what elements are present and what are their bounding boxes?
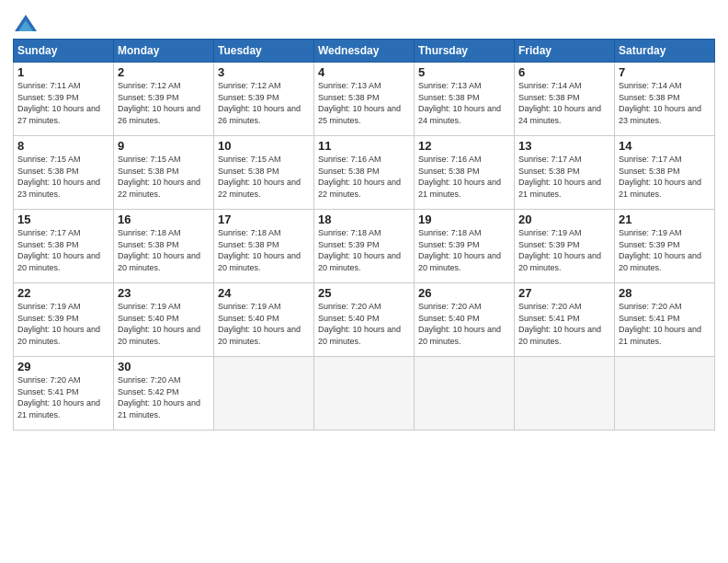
day-info: Sunrise: 7:20 AM Sunset: 5:40 PM Dayligh… (318, 301, 410, 347)
day-number: 7 (619, 65, 711, 79)
day-info: Sunrise: 7:17 AM Sunset: 5:38 PM Dayligh… (17, 227, 109, 273)
day-number: 26 (418, 286, 510, 300)
calendar-cell: 18 Sunrise: 7:18 AM Sunset: 5:39 PM Dayl… (314, 210, 415, 283)
calendar-cell: 11 Sunrise: 7:16 AM Sunset: 5:38 PM Dayl… (314, 136, 415, 210)
day-number: 16 (118, 213, 210, 226)
day-info: Sunrise: 7:14 AM Sunset: 5:38 PM Dayligh… (518, 80, 610, 126)
day-info: Sunrise: 7:20 AM Sunset: 5:42 PM Dayligh… (118, 374, 210, 420)
day-number: 12 (418, 139, 510, 153)
calendar-cell: 29 Sunrise: 7:20 AM Sunset: 5:41 PM Dayl… (14, 357, 114, 431)
calendar-cell: 12 Sunrise: 7:16 AM Sunset: 5:38 PM Dayl… (415, 136, 515, 210)
day-info: Sunrise: 7:19 AM Sunset: 5:40 PM Dayligh… (218, 301, 310, 347)
day-info: Sunrise: 7:12 AM Sunset: 5:39 PM Dayligh… (218, 80, 310, 126)
calendar-cell: 5 Sunrise: 7:13 AM Sunset: 5:38 PM Dayli… (415, 63, 515, 136)
day-number: 21 (619, 213, 711, 226)
column-header-thursday: Thursday (415, 40, 515, 63)
calendar-cell (515, 357, 615, 431)
day-number: 23 (118, 286, 210, 300)
week-row-1: 1 Sunrise: 7:11 AM Sunset: 5:39 PM Dayli… (14, 63, 715, 136)
calendar-cell: 30 Sunrise: 7:20 AM Sunset: 5:42 PM Dayl… (114, 357, 214, 431)
day-number: 24 (218, 286, 310, 300)
day-number: 17 (218, 213, 310, 226)
calendar-cell: 8 Sunrise: 7:15 AM Sunset: 5:38 PM Dayli… (14, 136, 114, 210)
day-info: Sunrise: 7:19 AM Sunset: 5:39 PM Dayligh… (17, 301, 109, 347)
calendar-header: SundayMondayTuesdayWednesdayThursdayFrid… (14, 40, 715, 63)
calendar-table: SundayMondayTuesdayWednesdayThursdayFrid… (13, 39, 715, 431)
calendar-cell: 17 Sunrise: 7:18 AM Sunset: 5:38 PM Dayl… (214, 210, 314, 283)
day-number: 20 (518, 213, 610, 226)
calendar-cell: 7 Sunrise: 7:14 AM Sunset: 5:38 PM Dayli… (615, 63, 715, 136)
calendar-cell: 21 Sunrise: 7:19 AM Sunset: 5:39 PM Dayl… (615, 210, 715, 283)
day-number: 13 (518, 139, 610, 153)
calendar-cell (314, 357, 415, 431)
day-info: Sunrise: 7:16 AM Sunset: 5:38 PM Dayligh… (418, 154, 510, 200)
day-info: Sunrise: 7:11 AM Sunset: 5:39 PM Dayligh… (17, 80, 109, 126)
calendar-cell (615, 357, 715, 431)
calendar-cell: 9 Sunrise: 7:15 AM Sunset: 5:38 PM Dayli… (114, 136, 214, 210)
calendar-cell: 20 Sunrise: 7:19 AM Sunset: 5:39 PM Dayl… (515, 210, 615, 283)
calendar-cell: 14 Sunrise: 7:17 AM Sunset: 5:38 PM Dayl… (615, 136, 715, 210)
calendar-cell: 6 Sunrise: 7:14 AM Sunset: 5:38 PM Dayli… (515, 63, 615, 136)
day-info: Sunrise: 7:12 AM Sunset: 5:39 PM Dayligh… (118, 80, 210, 126)
day-number: 14 (619, 139, 711, 153)
calendar-cell: 15 Sunrise: 7:17 AM Sunset: 5:38 PM Dayl… (14, 210, 114, 283)
column-header-monday: Monday (114, 40, 214, 63)
day-info: Sunrise: 7:20 AM Sunset: 5:41 PM Dayligh… (518, 301, 610, 347)
day-info: Sunrise: 7:15 AM Sunset: 5:38 PM Dayligh… (218, 154, 310, 200)
day-info: Sunrise: 7:18 AM Sunset: 5:39 PM Dayligh… (418, 227, 510, 273)
day-number: 25 (318, 286, 410, 300)
day-info: Sunrise: 7:14 AM Sunset: 5:38 PM Dayligh… (619, 80, 711, 126)
day-info: Sunrise: 7:17 AM Sunset: 5:38 PM Dayligh… (619, 154, 711, 200)
day-number: 2 (118, 65, 210, 79)
day-number: 28 (619, 286, 711, 300)
day-info: Sunrise: 7:13 AM Sunset: 5:38 PM Dayligh… (318, 80, 410, 126)
day-number: 10 (218, 139, 310, 153)
day-info: Sunrise: 7:13 AM Sunset: 5:38 PM Dayligh… (418, 80, 510, 126)
day-number: 27 (518, 286, 610, 300)
day-info: Sunrise: 7:17 AM Sunset: 5:38 PM Dayligh… (518, 154, 610, 200)
day-info: Sunrise: 7:18 AM Sunset: 5:39 PM Dayligh… (318, 227, 410, 273)
header (13, 9, 715, 35)
day-number: 1 (17, 65, 109, 79)
logo-icon (13, 13, 39, 35)
day-number: 11 (318, 139, 410, 153)
calendar-cell: 23 Sunrise: 7:19 AM Sunset: 5:40 PM Dayl… (114, 283, 214, 357)
day-number: 8 (17, 139, 109, 153)
day-number: 18 (318, 213, 410, 226)
column-header-sunday: Sunday (14, 40, 114, 63)
calendar-cell: 10 Sunrise: 7:15 AM Sunset: 5:38 PM Dayl… (214, 136, 314, 210)
calendar-cell: 26 Sunrise: 7:20 AM Sunset: 5:40 PM Dayl… (415, 283, 515, 357)
page-container: SundayMondayTuesdayWednesdayThursdayFrid… (0, 0, 728, 440)
day-info: Sunrise: 7:15 AM Sunset: 5:38 PM Dayligh… (17, 154, 109, 200)
day-number: 15 (17, 213, 109, 226)
day-info: Sunrise: 7:15 AM Sunset: 5:38 PM Dayligh… (118, 154, 210, 200)
day-number: 5 (418, 65, 510, 79)
week-row-5: 29 Sunrise: 7:20 AM Sunset: 5:41 PM Dayl… (14, 357, 715, 431)
calendar-cell (415, 357, 515, 431)
day-info: Sunrise: 7:19 AM Sunset: 5:40 PM Dayligh… (118, 301, 210, 347)
day-info: Sunrise: 7:20 AM Sunset: 5:41 PM Dayligh… (17, 374, 109, 420)
day-number: 30 (118, 360, 210, 373)
calendar-cell: 25 Sunrise: 7:20 AM Sunset: 5:40 PM Dayl… (314, 283, 415, 357)
column-header-tuesday: Tuesday (214, 40, 314, 63)
calendar-cell: 13 Sunrise: 7:17 AM Sunset: 5:38 PM Dayl… (515, 136, 615, 210)
day-number: 3 (218, 65, 310, 79)
day-number: 29 (17, 360, 109, 373)
calendar-cell: 28 Sunrise: 7:20 AM Sunset: 5:41 PM Dayl… (615, 283, 715, 357)
week-row-3: 15 Sunrise: 7:17 AM Sunset: 5:38 PM Dayl… (14, 210, 715, 283)
day-number: 9 (118, 139, 210, 153)
calendar-cell: 22 Sunrise: 7:19 AM Sunset: 5:39 PM Dayl… (14, 283, 114, 357)
day-info: Sunrise: 7:16 AM Sunset: 5:38 PM Dayligh… (318, 154, 410, 200)
day-number: 6 (518, 65, 610, 79)
column-header-friday: Friday (515, 40, 615, 63)
calendar-cell: 4 Sunrise: 7:13 AM Sunset: 5:38 PM Dayli… (314, 63, 415, 136)
day-info: Sunrise: 7:20 AM Sunset: 5:41 PM Dayligh… (619, 301, 711, 347)
day-info: Sunrise: 7:20 AM Sunset: 5:40 PM Dayligh… (418, 301, 510, 347)
week-row-2: 8 Sunrise: 7:15 AM Sunset: 5:38 PM Dayli… (14, 136, 715, 210)
calendar-cell: 24 Sunrise: 7:19 AM Sunset: 5:40 PM Dayl… (214, 283, 314, 357)
calendar-cell: 3 Sunrise: 7:12 AM Sunset: 5:39 PM Dayli… (214, 63, 314, 136)
logo (13, 13, 40, 35)
day-number: 22 (17, 286, 109, 300)
day-info: Sunrise: 7:18 AM Sunset: 5:38 PM Dayligh… (218, 227, 310, 273)
day-info: Sunrise: 7:19 AM Sunset: 5:39 PM Dayligh… (518, 227, 610, 273)
